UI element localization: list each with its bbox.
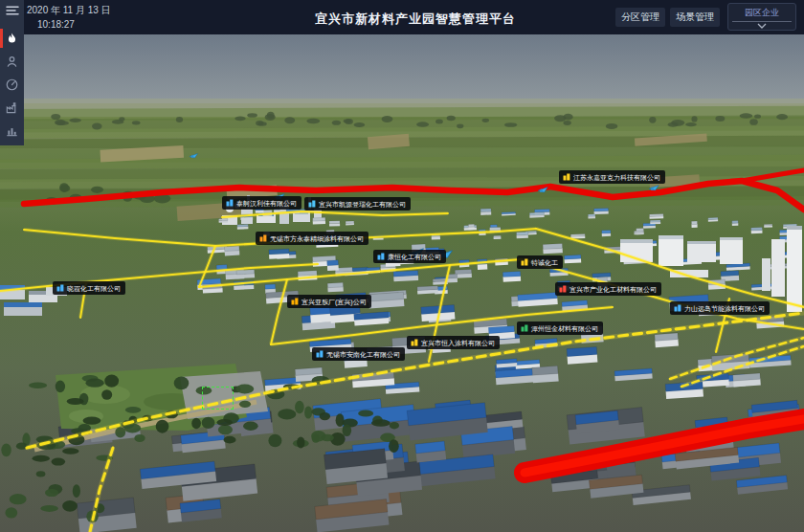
sidebar-item-factory[interactable] [0,96,24,119]
company-name: 力山远岛节能涂料有限公司 [684,305,765,312]
page-title: 宜兴市新材料产业园智慧管理平台 [315,11,516,28]
company-icon [259,234,267,242]
company-label[interactable]: 无锡市方永泰精细涂料有限公司 [256,232,368,245]
top-bar: 2020 年 11 月 13 日 10:18:27 宜兴市新材料产业园智慧管理平… [0,0,804,34]
sidebar-item-chart[interactable] [0,119,24,142]
map-3d-view[interactable]: 泰舸汉利佳有限公司宜兴市凯源登瑞化工有限公司无锡市方永泰精细涂料有限公司康恒化工… [0,34,804,532]
company-icon [521,258,528,266]
company-name: 无锡市安南化工有限公司 [326,351,400,358]
park-enterprise-dropdown[interactable]: 园区企业 [727,3,796,31]
company-name: 宜兴市产业化工材料有限公司 [570,286,657,293]
plane-icon [190,153,198,159]
chevron-down-icon [757,23,767,29]
company-label[interactable]: 泰舸汉利佳有限公司 [222,196,302,210]
company-label[interactable]: 宜兴亚胺厂(宜兴)公司 [287,295,371,308]
company-icon [563,173,570,181]
dropdown-label: 园区企业 [728,7,795,19]
company-icon [56,284,64,292]
company-label[interactable]: 江苏永嘉亚克力科技有限公司 [559,170,665,184]
company-icon [411,339,418,346]
sidebar-item-fire[interactable] [0,27,24,50]
company-name: 潭州恒金材料有限公司 [531,325,598,332]
company-label-layer: 泰舸汉利佳有限公司宜兴市凯源登瑞化工有限公司无锡市方永泰精细涂料有限公司康恒化工… [0,34,804,532]
company-name: 宜兴市凯源登瑞化工有限公司 [319,201,406,208]
selection-box [202,387,234,410]
datetime-display: 2020 年 11 月 13 日 10:18:27 [27,5,111,31]
company-name: 江苏永嘉亚克力科技有限公司 [573,174,660,181]
plane-icon [538,187,548,193]
company-icon [377,253,385,260]
menu-button[interactable] [0,0,24,21]
company-label[interactable]: 力山远岛节能涂料有限公司 [670,301,770,315]
sidebar-item-gauge[interactable] [0,73,24,96]
zone-management-button[interactable]: 分区管理 [615,8,665,27]
company-label[interactable]: 无锡市安南化工有限公司 [312,347,405,361]
left-toolbar [0,0,24,145]
company-label[interactable]: 特诚化工 [517,255,563,269]
gauge-icon [5,78,19,92]
company-label[interactable]: 宜兴市恒入涂料有限公司 [407,336,500,349]
company-name: 宜兴亚胺厂(宜兴)公司 [302,299,367,305]
company-label[interactable]: 晓霞化工有限公司 [53,281,125,295]
company-label[interactable]: 宜兴市凯源登瑞化工有限公司 [304,197,411,211]
company-icon [559,285,567,293]
company-name: 宜兴市恒入涂料有限公司 [421,340,495,346]
company-label[interactable]: 潭州恒金材料有限公司 [517,321,603,335]
company-name: 晓霞化工有限公司 [67,285,121,292]
vehicle-marker[interactable] [190,145,198,163]
company-name: 无锡市方永泰精细涂料有限公司 [270,235,364,242]
plane-icon [649,185,659,191]
company-icon [308,200,316,208]
vehicle-marker[interactable] [538,180,548,197]
menu-icon [5,3,20,18]
company-label[interactable]: 康恒化工有限公司 [373,250,446,263]
fire-icon [5,32,19,46]
dropdown-divider [732,21,792,22]
user-icon [5,55,19,69]
company-label[interactable]: 宜兴市产业化工材料有限公司 [555,282,661,296]
company-icon [521,324,528,332]
company-name: 泰舸汉利佳有限公司 [236,200,297,207]
time-text: 10:18:27 [37,19,111,31]
date-text: 2020 年 11 月 13 日 [27,5,111,16]
company-icon [674,304,681,312]
factory-icon [5,100,19,115]
bar-chart-icon [5,123,19,138]
company-name: 康恒化工有限公司 [388,254,441,260]
company-icon [226,199,234,207]
company-icon [291,298,299,305]
company-name: 特诚化工 [531,259,558,266]
company-icon [316,350,324,358]
scene-management-button[interactable]: 场景管理 [670,8,720,27]
sidebar-item-user[interactable] [0,50,24,73]
